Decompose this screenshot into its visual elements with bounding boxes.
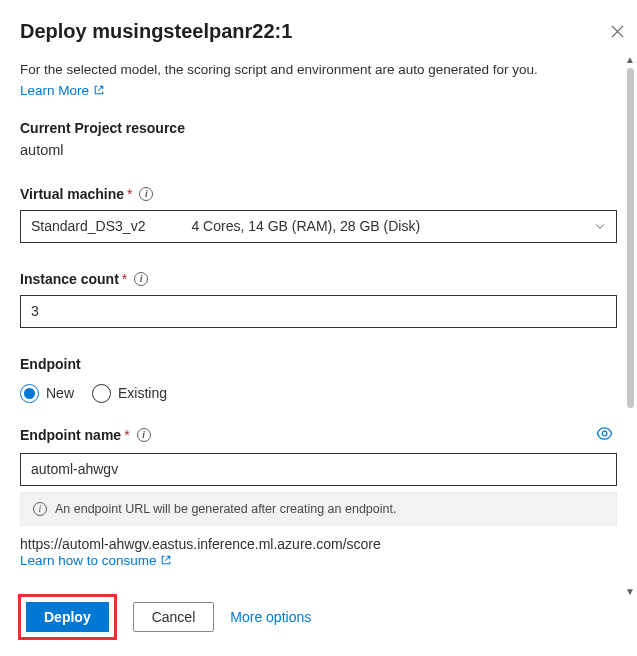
endpoint-radio-new[interactable]: New <box>20 384 74 403</box>
endpoint-url-info: i An endpoint URL will be generated afte… <box>20 492 617 526</box>
endpoint-url-preview: https://automl-ahwgv.eastus.inference.ml… <box>20 536 617 552</box>
external-link-icon <box>160 554 172 566</box>
info-icon: i <box>33 502 47 516</box>
deploy-highlight-box: Deploy <box>18 594 117 640</box>
required-asterisk: * <box>122 271 127 287</box>
vm-selected-spec: 4 Cores, 14 GB (RAM), 28 GB (Disk) <box>191 218 420 234</box>
project-resource-label: Current Project resource <box>20 120 617 136</box>
project-resource-value: automl <box>20 142 617 158</box>
virtual-machine-label: Virtual machine * i <box>20 186 617 202</box>
endpoint-info-message: An endpoint URL will be generated after … <box>55 502 396 516</box>
panel-title: Deploy musingsteelpanr22:1 <box>20 20 292 43</box>
endpoint-name-input[interactable] <box>20 453 617 486</box>
deploy-button[interactable]: Deploy <box>26 602 109 632</box>
svg-point-0 <box>602 431 607 436</box>
learn-more-link[interactable]: Learn More <box>20 83 105 98</box>
learn-more-label: Learn More <box>20 83 89 98</box>
close-icon <box>610 24 625 39</box>
chevron-down-icon <box>594 220 606 232</box>
eye-icon <box>596 425 613 442</box>
scroll-down-arrow[interactable]: ▼ <box>625 586 635 597</box>
endpoint-name-label: Endpoint name * i <box>20 427 151 443</box>
more-options-link[interactable]: More options <box>230 609 311 625</box>
vm-selected-name: Standard_DS3_v2 <box>31 218 145 234</box>
scroll-up-arrow[interactable]: ▲ <box>625 54 635 65</box>
required-asterisk: * <box>127 186 132 202</box>
required-asterisk: * <box>124 427 129 443</box>
learn-consume-link[interactable]: Learn how to consume <box>20 553 172 568</box>
endpoint-label: Endpoint <box>20 356 617 372</box>
close-button[interactable] <box>606 20 629 46</box>
info-icon[interactable]: i <box>139 187 153 201</box>
virtual-machine-select[interactable]: Standard_DS3_v2 4 Cores, 14 GB (RAM), 28… <box>20 210 617 243</box>
radio-icon <box>92 384 111 403</box>
scrollbar-thumb[interactable] <box>627 68 634 408</box>
endpoint-radio-existing[interactable]: Existing <box>92 384 167 403</box>
radio-label-existing: Existing <box>118 385 167 401</box>
instance-count-label: Instance count * i <box>20 271 617 287</box>
learn-consume-label: Learn how to consume <box>20 553 157 568</box>
radio-icon <box>20 384 39 403</box>
info-icon[interactable]: i <box>134 272 148 286</box>
intro-description: For the selected model, the scoring scri… <box>20 60 617 80</box>
radio-label-new: New <box>46 385 74 401</box>
info-icon[interactable]: i <box>137 428 151 442</box>
external-link-icon <box>93 84 105 96</box>
instance-count-input[interactable] <box>20 295 617 328</box>
visibility-toggle[interactable] <box>596 425 613 445</box>
cancel-button[interactable]: Cancel <box>133 602 215 632</box>
